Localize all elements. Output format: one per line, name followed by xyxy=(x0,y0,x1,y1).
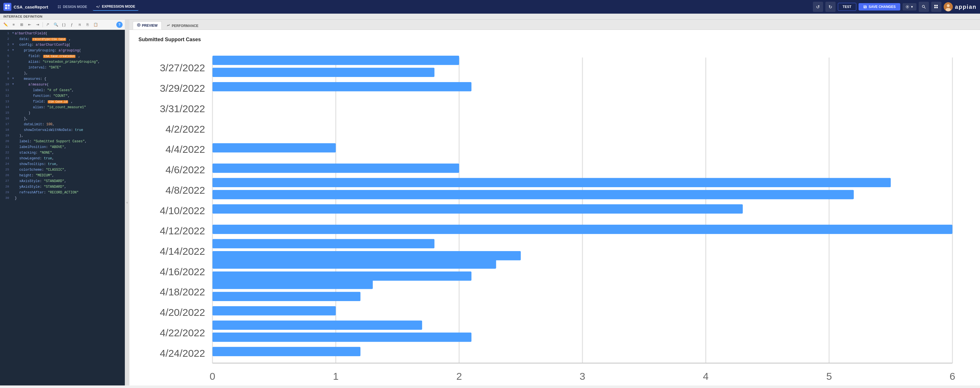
svg-text:4/24/2022: 4/24/2022 xyxy=(160,348,205,359)
code-line: 28 yAxisStyle: "STANDARD", xyxy=(0,184,125,190)
svg-rect-57 xyxy=(213,259,496,269)
code-line: 11 label: "# of Cases", xyxy=(0,88,125,93)
copy-btn[interactable]: ⎘ xyxy=(84,21,91,28)
edit-btn[interactable]: ✏️ xyxy=(2,21,9,28)
svg-rect-0 xyxy=(5,5,7,6)
code-line: 20 label: "Submitted Support Cases", xyxy=(0,139,125,145)
svg-rect-1 xyxy=(8,5,10,6)
global-search-btn[interactable] xyxy=(919,2,929,12)
svg-text:3/27/2022: 3/27/2022 xyxy=(160,62,205,73)
preview-icon xyxy=(137,23,140,27)
app-logo-icon xyxy=(3,3,11,11)
app-title[interactable]: CSA_caseReport xyxy=(3,3,48,11)
code-line: 26 height: "MEDIUM", xyxy=(0,173,125,179)
code-line: 3▼config: a!barChartConfig( xyxy=(0,42,125,48)
svg-rect-12 xyxy=(934,5,936,6)
code-line: 4▼primaryGrouping: a!grouping( xyxy=(0,48,125,54)
interface-definition-bar: INTERFACE DEFINITION xyxy=(0,14,980,19)
main-layout: ✏️ ≡ ⊞ ⇤ ⇥ /* 🔍 { } ƒ π ⎘ 📋 ? 1▼a!barCha… xyxy=(0,19,980,385)
design-mode-btn[interactable]: DESIGN MODE xyxy=(54,3,91,11)
code-line: 30 } xyxy=(0,196,125,201)
code-line: 2 data: recordType!CSA Case , xyxy=(0,37,125,42)
collapse-panel-btn[interactable]: ‹ xyxy=(125,19,129,385)
paste-btn[interactable]: 📋 xyxy=(92,21,99,28)
code-line: 21 labelPosition: "ABOVE", xyxy=(0,145,125,150)
code-line: 14 alias: "id_count_measure1" xyxy=(0,105,125,110)
svg-rect-6 xyxy=(58,7,59,8)
svg-text:1: 1 xyxy=(333,370,339,382)
svg-rect-50 xyxy=(213,204,743,214)
svg-rect-58 xyxy=(213,271,472,281)
svg-text:5: 5 xyxy=(826,370,832,382)
svg-text:3/31/2022: 3/31/2022 xyxy=(160,103,205,115)
app-title-text: CSA_caseReport xyxy=(14,5,48,10)
svg-text:0: 0 xyxy=(210,370,215,382)
svg-rect-48 xyxy=(213,190,854,200)
svg-text:4/14/2022: 4/14/2022 xyxy=(160,246,205,257)
code-line: 24 showTooltips: true, xyxy=(0,161,125,167)
variables-btn[interactable]: { } xyxy=(60,21,67,28)
chart-title: Submitted Support Cases xyxy=(138,37,971,43)
svg-rect-54 xyxy=(213,239,434,249)
svg-text:4/10/2022: 4/10/2022 xyxy=(160,205,205,216)
appian-logo: appian xyxy=(955,4,977,10)
help-btn[interactable]: ? xyxy=(116,22,123,28)
svg-point-10 xyxy=(922,5,924,8)
svg-rect-68 xyxy=(213,347,361,356)
code-line: 18 showIntervalsWithNoData: true xyxy=(0,128,125,133)
settings-btn[interactable]: ▼ xyxy=(902,3,916,11)
pi-btn[interactable]: π xyxy=(76,21,83,28)
svg-rect-5 xyxy=(60,5,61,6)
code-line: 19 ), xyxy=(0,133,125,139)
svg-text:3/29/2022: 3/29/2022 xyxy=(160,83,205,94)
preview-panel: PREVIEWPERFORMANCE Submitted Support Cas… xyxy=(129,19,980,385)
svg-text:2: 2 xyxy=(456,370,462,382)
align-center-btn[interactable]: ⊞ xyxy=(18,21,25,28)
svg-text:4/16/2022: 4/16/2022 xyxy=(160,266,205,278)
svg-text:4/6/2022: 4/6/2022 xyxy=(165,164,205,176)
preview-tab-performance[interactable]: PERFORMANCE xyxy=(163,22,202,30)
code-line: 23 showLegend: true, xyxy=(0,156,125,161)
performance-icon xyxy=(167,24,170,28)
svg-text:3: 3 xyxy=(580,370,585,382)
svg-point-17 xyxy=(947,4,950,7)
code-line: 27 xAxisStyle: "STANDARD", xyxy=(0,179,125,184)
svg-text:4/12/2022: 4/12/2022 xyxy=(160,225,205,236)
search-code-btn[interactable]: 🔍 xyxy=(52,21,59,28)
align-left-btn[interactable]: ≡ xyxy=(10,21,17,28)
user-avatar[interactable] xyxy=(944,2,953,11)
code-toolbar: ✏️ ≡ ⊞ ⇤ ⇥ /* 🔍 { } ƒ π ⎘ 📋 ? xyxy=(0,19,125,30)
svg-rect-2 xyxy=(5,7,7,9)
svg-rect-61 xyxy=(213,292,361,301)
apps-grid-btn[interactable] xyxy=(931,2,942,12)
indent-btn[interactable]: ⇥ xyxy=(34,21,41,28)
code-line: 9▼measures: { xyxy=(0,77,125,82)
redo-btn[interactable]: ↻ xyxy=(826,2,835,12)
svg-rect-13 xyxy=(936,5,938,6)
code-editor-panel: ✏️ ≡ ⊞ ⇤ ⇥ /* 🔍 { } ƒ π ⎘ 📋 ? 1▼a!barCha… xyxy=(0,19,125,385)
svg-rect-36 xyxy=(213,56,459,65)
undo-btn[interactable]: ↺ xyxy=(813,2,823,12)
code-line: 10▼a!measure( xyxy=(0,82,125,88)
svg-point-18 xyxy=(946,8,951,11)
test-btn[interactable]: TEST xyxy=(838,3,856,11)
code-editor[interactable]: 1▼a!barChartField(2 data: recordType!CSA… xyxy=(0,30,125,385)
preview-tab-preview[interactable]: PREVIEW xyxy=(133,21,162,30)
svg-point-9 xyxy=(907,6,908,7)
save-changes-btn[interactable]: SAVE CHANGES xyxy=(859,3,900,11)
svg-text:</>: </> xyxy=(96,5,100,8)
code-line: 5 field: CSA Case.createdon , xyxy=(0,54,125,59)
toolbar-sep-1 xyxy=(43,22,43,27)
svg-rect-66 xyxy=(213,333,472,342)
function-btn[interactable]: ƒ xyxy=(68,21,75,28)
expression-mode-btn[interactable]: </> EXPRESSION MODE xyxy=(93,3,138,11)
outdent-btn[interactable]: ⇤ xyxy=(26,21,33,28)
code-line: 12 function: "COUNT", xyxy=(0,93,125,99)
svg-text:6: 6 xyxy=(950,370,955,382)
svg-text:4/22/2022: 4/22/2022 xyxy=(160,327,205,339)
svg-text:4/4/2022: 4/4/2022 xyxy=(165,144,205,155)
comment-btn[interactable]: /* xyxy=(45,21,51,28)
svg-rect-37 xyxy=(213,68,434,77)
bar-chart-svg: 01234563/27/20223/29/20223/31/20224/2/20… xyxy=(138,48,971,385)
top-navigation: CSA_caseReport DESIGN MODE </> EXPRESSIO… xyxy=(0,0,980,14)
